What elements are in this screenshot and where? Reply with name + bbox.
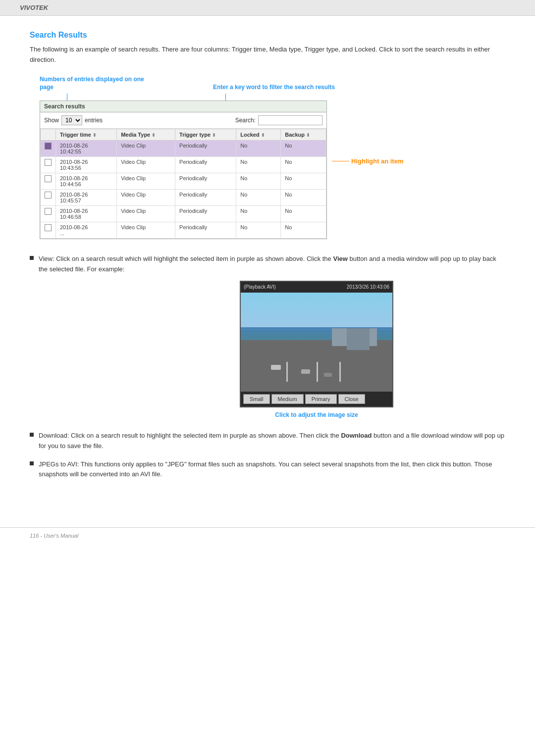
- entries-select[interactable]: 10 25 50: [61, 115, 82, 125]
- row-trigger-time: 2010-08-26 10:42:55: [56, 141, 117, 157]
- page-header: VIVOTEK: [0, 0, 535, 16]
- playback-title: (Playback AVI): [244, 283, 276, 291]
- row-trigger-type: Periodically: [175, 222, 236, 239]
- row-checkbox[interactable]: [45, 175, 52, 182]
- table-row[interactable]: 2010-08-26 10:43:56Video ClipPeriodicall…: [41, 157, 326, 173]
- playback-video: [241, 293, 392, 392]
- playback-header: (Playback AVI) 2013/3/26 10:43:06: [241, 282, 392, 293]
- bullet-icon-view: [30, 256, 34, 260]
- entries-label: entries: [85, 117, 103, 124]
- row-backup: No: [281, 141, 326, 157]
- search-input[interactable]: [258, 115, 322, 125]
- row-trigger-type: Periodically: [175, 173, 236, 190]
- row-checkbox[interactable]: [45, 224, 52, 231]
- row-checkbox-cell: [41, 173, 56, 190]
- row-trigger-type: Periodically: [175, 190, 236, 206]
- bullet-icon-jpegs: [30, 461, 34, 465]
- row-checkbox-cell: [41, 190, 56, 206]
- row-checkbox-cell: [41, 206, 56, 222]
- playback-container: (Playback AVI) 2013/3/26 10:43:06: [128, 281, 505, 420]
- main-content: Search Results The following is an examp…: [0, 16, 535, 507]
- row-trigger-time: 2010-08-26 10:43:56: [56, 157, 117, 173]
- brand-logo: VIVOTEK: [20, 4, 48, 11]
- row-checkbox-cell: [41, 157, 56, 173]
- click-adjust-label: Click to adjust the image size: [275, 410, 358, 420]
- col-trigger-time[interactable]: Trigger time ⇕: [56, 129, 117, 141]
- search-annotation: Enter a key word to filter the search re…: [213, 83, 335, 92]
- col-media-type[interactable]: Media Type ⇕: [117, 129, 175, 141]
- row-media-type: Video Clip: [117, 173, 175, 190]
- table-title: Search results: [40, 101, 326, 112]
- search-results-container: Search results Show 10 25 50 entries: [40, 101, 327, 239]
- small-button[interactable]: Small: [243, 394, 270, 404]
- show-label: Show: [44, 117, 59, 124]
- bullet-download: Download: Click on a search result to hi…: [30, 431, 505, 452]
- section-title: Search Results: [30, 31, 505, 40]
- row-locked: No: [236, 173, 281, 190]
- bullet-icon-download: [30, 433, 34, 437]
- row-trigger-type: Periodically: [175, 206, 236, 222]
- table-controls: Show 10 25 50 entries Search:: [40, 112, 326, 129]
- row-locked: No: [236, 222, 281, 239]
- table-row[interactable]: 2010-08-26 10:45:57Video ClipPeriodicall…: [41, 190, 326, 206]
- row-trigger-time: 2010-08-26 10:44:56: [56, 173, 117, 190]
- row-locked: No: [236, 157, 281, 173]
- table-header-row: Trigger time ⇕ Media Type ⇕ Trigger type…: [41, 129, 326, 141]
- row-backup: No: [281, 157, 326, 173]
- table-row[interactable]: 2010-08-26 10:46:58Video ClipPeriodicall…: [41, 206, 326, 222]
- search-label: Search:: [235, 117, 256, 124]
- row-checkbox-cell: [41, 141, 56, 157]
- row-checkbox[interactable]: [45, 159, 52, 166]
- row-trigger-time: 2010-08-26 10:45:57: [56, 190, 117, 206]
- col-locked[interactable]: Locked ⇕: [236, 129, 281, 141]
- row-trigger-type: Periodically: [175, 157, 236, 173]
- row-locked: No: [236, 141, 281, 157]
- row-media-type: Video Clip: [117, 190, 175, 206]
- footer-page-label: 116 - User's Manual: [30, 533, 78, 539]
- col-backup[interactable]: Backup ⇕: [281, 129, 326, 141]
- row-checkbox[interactable]: [45, 192, 52, 199]
- highlight-annotation: Highlight an item: [332, 157, 403, 165]
- playback-controls: Small Medium Primary Close: [241, 392, 392, 406]
- row-locked: No: [236, 190, 281, 206]
- row-locked: No: [236, 206, 281, 222]
- search-results-table-wrapper: Search results Show 10 25 50 entries: [40, 101, 327, 239]
- playback-timestamp: 2013/3/26 10:43:06: [347, 283, 389, 291]
- row-media-type: Video Clip: [117, 206, 175, 222]
- row-media-type: Video Clip: [117, 141, 175, 157]
- bullet-view: View: Click on a search result which wil…: [30, 254, 505, 423]
- show-entries-control: Show 10 25 50 entries: [44, 115, 103, 125]
- row-checkbox-cell: [41, 222, 56, 239]
- row-backup: No: [281, 173, 326, 190]
- primary-button[interactable]: Primary: [305, 394, 337, 404]
- entries-annotation: Numbers of entries displayed on one page: [40, 75, 149, 92]
- results-table: Trigger time ⇕ Media Type ⇕ Trigger type…: [40, 129, 326, 239]
- row-checkbox[interactable]: [45, 143, 52, 150]
- col-trigger-type[interactable]: Trigger type ⇕: [175, 129, 236, 141]
- bullet-text-view: View: Click on a search result which wil…: [39, 254, 505, 423]
- row-trigger-type: Periodically: [175, 141, 236, 157]
- table-row[interactable]: 2010-08-26 10:42:55Video ClipPeriodicall…: [41, 141, 326, 157]
- bullet-text-download: Download: Click on a search result to hi…: [39, 431, 505, 452]
- medium-button[interactable]: Medium: [271, 394, 304, 404]
- close-button[interactable]: Close: [338, 394, 365, 404]
- row-media-type: Video Clip: [117, 157, 175, 173]
- row-backup: No: [281, 190, 326, 206]
- row-media-type: Video Clip: [117, 222, 175, 239]
- bullet-jpegs: JPEGs to AVI: This functions only applie…: [30, 459, 505, 480]
- intro-text: The following is an example of search re…: [30, 45, 505, 65]
- row-trigger-time: 2010-08-26 10:46:58: [56, 206, 117, 222]
- bullet-text-jpegs: JPEGs to AVI: This functions only applie…: [39, 459, 505, 480]
- row-backup: No: [281, 222, 326, 239]
- table-row[interactable]: 2010-08-26 10:44:56Video ClipPeriodicall…: [41, 173, 326, 190]
- row-backup: No: [281, 206, 326, 222]
- row-trigger-time: 2010-08-26 ...: [56, 222, 117, 239]
- search-box: Search:: [235, 115, 322, 125]
- table-row[interactable]: 2010-08-26 ...Video ClipPeriodicallyNoNo: [41, 222, 326, 239]
- col-checkbox: [41, 129, 56, 141]
- row-checkbox[interactable]: [45, 208, 52, 215]
- bullet-section: View: Click on a search result which wil…: [30, 254, 505, 480]
- playback-window: (Playback AVI) 2013/3/26 10:43:06: [240, 281, 393, 407]
